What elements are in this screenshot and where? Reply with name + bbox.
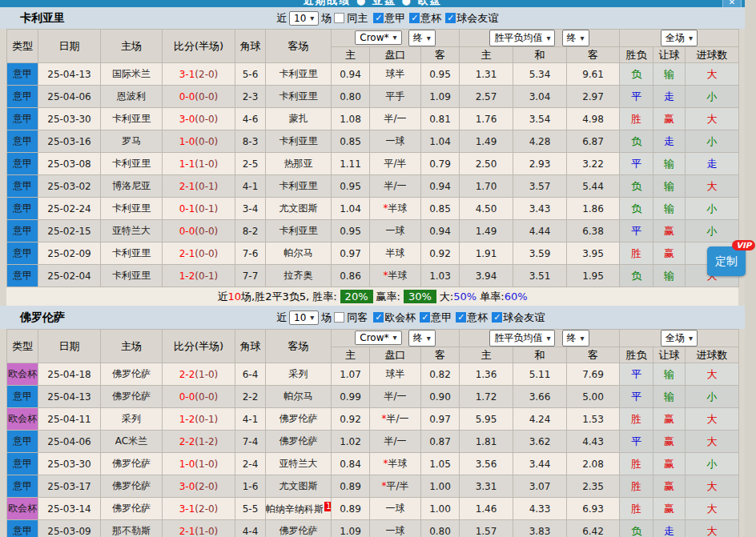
away-team-name: 采列 xyxy=(289,368,308,379)
result-value: 输 xyxy=(664,180,674,192)
fulltime-score: 1-2 xyxy=(179,271,195,282)
home-team-cell: 佛罗伦萨 xyxy=(101,453,163,475)
away-team-cell: 亚特兰大 xyxy=(266,453,332,475)
handicap-cell: 半/一 xyxy=(370,431,421,453)
fulltime-score: 1-2 xyxy=(179,414,195,425)
away-team-cell: 卡利亚里 xyxy=(266,63,332,86)
avg-select[interactable]: 胜平负均值▾ xyxy=(489,30,555,46)
col-avg-away: 客 xyxy=(567,47,620,63)
team-name: 佛罗伦萨 xyxy=(20,311,65,325)
avg-draw-cell: 3.43 xyxy=(513,198,567,220)
result-handicap-cell: 输 xyxy=(653,175,686,198)
recent-games-select[interactable]: 10▾ xyxy=(289,311,319,325)
away-team-name: 卡利亚里 xyxy=(279,135,318,146)
scope-select[interactable]: 全场▾ xyxy=(661,330,698,347)
league-checkbox[interactable]: ✓ xyxy=(445,13,456,23)
result-goals-cell: 大 xyxy=(686,475,739,498)
odds-away-cell: 1.00 xyxy=(421,475,460,498)
home-team-cell: 卡利亚里 xyxy=(101,242,163,265)
result-wdl-cell: 平 xyxy=(620,86,653,108)
fulltime-score: 0-0 xyxy=(179,91,195,102)
score-cell: 3-0(2-0) xyxy=(163,475,235,498)
handicap-cell: 球半 xyxy=(370,63,421,86)
avg-away-cell: 4.98 xyxy=(567,108,620,130)
near-label: 近 xyxy=(276,11,287,26)
score-cell: 1-1(1-0) xyxy=(163,153,235,175)
league-checkbox[interactable]: ✓ xyxy=(492,312,502,323)
avg-final-select[interactable]: 终▾ xyxy=(562,30,589,46)
same-venue-checkbox[interactable] xyxy=(334,13,344,23)
result-value: 大 xyxy=(707,503,718,515)
result-value: 赢 xyxy=(664,503,674,515)
odds-away-cell: 1.09 xyxy=(421,86,460,108)
away-team-name: 尤文图斯 xyxy=(279,480,318,491)
away-team-name: 热那亚 xyxy=(284,158,313,169)
match-row: 意甲25-04-06恩波利0-0(0-0)2-3卡利亚里0.80平手1.092.… xyxy=(7,86,739,108)
result-wdl-cell: 平 xyxy=(620,153,653,175)
result-value: 平 xyxy=(631,368,641,380)
away-team-name: 卡利亚里 xyxy=(279,225,318,236)
odds-home-cell: 0.89 xyxy=(332,498,370,520)
league-filters: ✓欧会杯✓意甲✓意杯✓球会友谊 xyxy=(370,311,545,325)
avg-draw-cell: 3.44 xyxy=(513,453,567,475)
result-goals-cell: 小 xyxy=(686,453,739,475)
same-venue-label: 同客 xyxy=(347,311,368,325)
odds-group-header: Crow*▾ 终▾ xyxy=(332,330,460,347)
score-cell: 3-0(0-0) xyxy=(163,108,235,130)
result-value: 大 xyxy=(707,68,718,80)
odds-source-select[interactable]: Crow*▾ xyxy=(355,331,401,345)
league-checkbox[interactable]: ✓ xyxy=(456,312,466,323)
score-cell: 0-0(0-0) xyxy=(163,220,235,242)
away-team-name: 蒙扎 xyxy=(289,113,308,124)
scope-select[interactable]: 全场▾ xyxy=(661,30,698,46)
home-team-cell: 卡利亚里 xyxy=(101,198,163,220)
col-odds-hcp: 盘口 xyxy=(370,347,421,363)
odds-final-select[interactable]: 终▾ xyxy=(408,30,436,46)
home-team-cell: 卡利亚里 xyxy=(101,153,163,175)
result-wdl-cell: 胜 xyxy=(620,453,653,475)
result-handicap-cell: 输 xyxy=(653,63,686,86)
result-value: 赢 xyxy=(664,458,674,470)
close-button[interactable]: ✕ xyxy=(722,0,742,7)
customize-button[interactable]: 定制 xyxy=(707,246,746,276)
odds-source-select[interactable]: Crow*▾ xyxy=(355,30,401,45)
date-cell: 25-04-18 xyxy=(38,363,101,386)
chevron-down-icon: ▾ xyxy=(393,334,397,342)
odds-away-cell: 0.79 xyxy=(421,153,460,175)
recent-games-select[interactable]: 10▾ xyxy=(289,11,319,26)
home-team-cell: 罗马 xyxy=(101,130,163,153)
summary-line: 近10场,胜2平3负5, 胜率:20%赢率:30%大:50% 单率:60% xyxy=(6,287,738,306)
avg-select[interactable]: 胜平负均值▾ xyxy=(489,330,555,347)
corners-cell: 4-6 xyxy=(235,108,266,130)
score-cell: 0-1(0-1) xyxy=(163,198,235,220)
col-odds-home: 主 xyxy=(332,47,370,63)
same-venue-checkbox[interactable] xyxy=(334,312,344,323)
league-checkbox[interactable]: ✓ xyxy=(409,13,420,23)
away-team-name: 卡利亚里 xyxy=(279,68,318,79)
score-cell: 2-1(0-1) xyxy=(163,175,235,198)
result-goals-cell: 大 xyxy=(686,175,739,198)
date-cell: 25-02-24 xyxy=(38,198,101,220)
result-value: 走 xyxy=(664,90,674,102)
result-handicap-cell: 赢 xyxy=(653,453,686,475)
league-checkbox[interactable]: ✓ xyxy=(420,312,430,323)
league-checkbox[interactable]: ✓ xyxy=(373,13,384,23)
away-team-cell: 蒙扎 xyxy=(266,108,332,130)
avg-final-select[interactable]: 终▾ xyxy=(562,330,589,347)
result-value: 输 xyxy=(664,391,674,403)
league-cell: 意甲 xyxy=(7,453,38,475)
league-checkbox-label: 意甲 xyxy=(431,311,452,325)
avg-home-cell: 1.57 xyxy=(460,520,513,537)
home-team-cell: 佛罗伦萨 xyxy=(101,386,163,408)
result-value: 胜 xyxy=(631,113,641,125)
result-value: 负 xyxy=(631,270,641,282)
summary-segment: 赢率: xyxy=(376,290,400,304)
odds-final-select[interactable]: 终▾ xyxy=(408,330,436,347)
league-checkbox[interactable]: ✓ xyxy=(373,312,384,323)
result-wdl-cell: 平 xyxy=(620,431,653,453)
avg-group-header: 胜平负均值▾ 终▾ xyxy=(460,330,620,347)
away-team-name: 尤文图斯 xyxy=(279,202,318,214)
league-cell: 意甲 xyxy=(7,265,38,287)
result-value: 赢 xyxy=(664,225,674,237)
result-handicap-cell: 走 xyxy=(653,130,686,153)
